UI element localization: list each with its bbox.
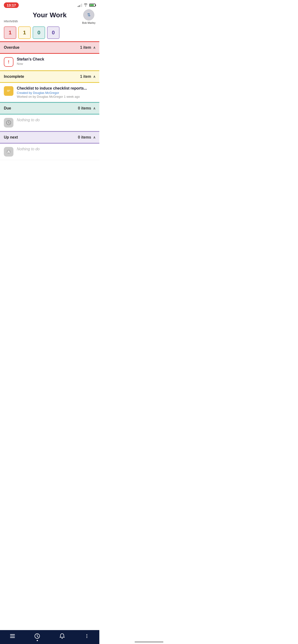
svg-rect-1 (7, 90, 10, 90)
battery-icon (89, 4, 95, 7)
upnext-empty-item: Nothing to do (0, 144, 99, 160)
incomplete-item-title: Checklist to induce checklist reports... (17, 86, 87, 90)
section-header-due[interactable]: Due 0 items ∧ (0, 102, 99, 114)
due-empty-item: Nothing to do (0, 114, 99, 131)
section-meta-due: 0 items ∧ (78, 106, 95, 110)
incomplete-item-0[interactable]: Checklist to induce checklist reports...… (0, 83, 99, 102)
counter-incomplete[interactable]: 1 (18, 26, 31, 39)
counter-due[interactable]: 0 (33, 26, 45, 39)
overdue-item-title: Stefan's Check (17, 57, 44, 61)
page-title: Your Work (33, 11, 67, 19)
content-area: Overdue 1 item ∧ ! Stefan's Check Now In… (0, 41, 99, 184)
incomplete-item-worked: Worked on by Douglas McGregor 1 week ago (17, 95, 95, 98)
due-clock-icon (4, 118, 13, 128)
incomplete-item-content: Checklist to induce checklist reports...… (17, 86, 95, 98)
signal-icon (78, 4, 82, 7)
section-header-upnext[interactable]: Up next 0 items ∧ (0, 131, 99, 144)
counter-overdue[interactable]: 1 (4, 26, 16, 39)
incomplete-item-creator: Created by Douglas McGregor (17, 91, 95, 94)
overdue-item-timestamp: Now (17, 62, 95, 66)
chevron-up-icon-overdue: ∧ (93, 46, 95, 50)
chevron-up-icon-due: ∧ (93, 106, 95, 110)
overdue-item-content: Stefan's Check Now (17, 57, 95, 66)
chevron-up-icon-incomplete: ∧ (93, 75, 95, 78)
svg-point-4 (6, 150, 11, 154)
status-icons (78, 3, 95, 7)
svg-rect-2 (7, 91, 9, 92)
section-title-due: Due (4, 106, 11, 110)
exclamation-icon: ! (8, 60, 9, 64)
checklist-item-icon (4, 86, 13, 96)
section-header-incomplete[interactable]: Incomplete 1 item ∧ (0, 70, 99, 83)
due-nothing-label: Nothing to do (17, 118, 39, 122)
status-time: 13:17 (4, 2, 19, 8)
counter-upnext[interactable]: 0 (47, 26, 59, 39)
counter-badges: 1 1 0 0 (0, 23, 99, 41)
section-title-overdue: Overdue (4, 46, 19, 50)
section-meta-incomplete: 1 item ∧ (80, 74, 95, 79)
page-header: Your Work Hhrrhrthth ⇅ Bob Marley (0, 9, 99, 23)
section-meta-overdue: 1 item ∧ (80, 46, 95, 50)
overdue-item-0[interactable]: ! Stefan's Check Now (0, 54, 99, 70)
wifi-icon (83, 3, 88, 7)
section-title-incomplete: Incomplete (4, 74, 24, 79)
section-title-upnext: Up next (4, 135, 18, 140)
section-header-overdue[interactable]: Overdue 1 item ∧ (0, 41, 99, 54)
overdue-item-icon: ! (4, 57, 13, 67)
chevron-up-icon-upnext: ∧ (93, 136, 95, 139)
workspace-name: Hhrrhrthth (4, 20, 18, 23)
upnext-priority-icon (4, 147, 13, 156)
avatar-circle: ⇅ (83, 9, 94, 20)
status-bar: 13:17 (0, 0, 99, 9)
user-name: Bob Marley (82, 21, 95, 24)
user-avatar[interactable]: ⇅ Bob Marley (82, 9, 95, 24)
avatar-icon: ⇅ (87, 12, 91, 18)
upnext-nothing-label: Nothing to do (17, 147, 39, 151)
section-meta-upnext: 0 items ∧ (78, 135, 95, 140)
